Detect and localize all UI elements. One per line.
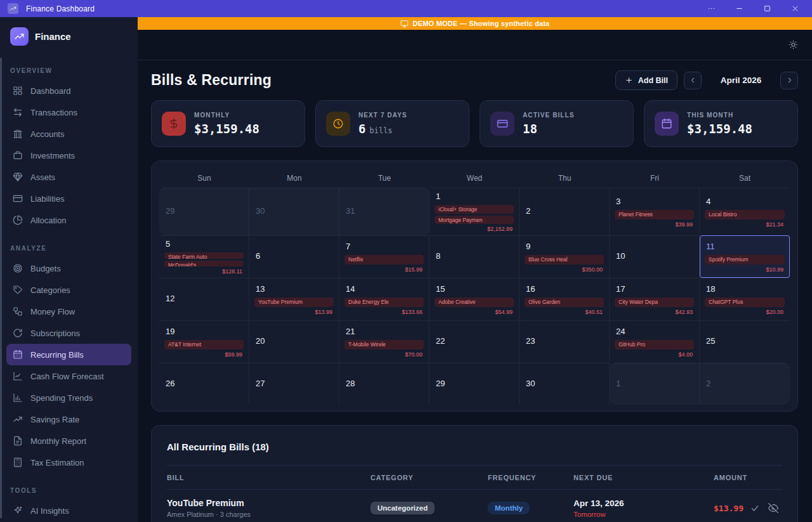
calendar-day-17[interactable]: 17City Water Depa$42.93 [610,278,700,320]
calendar-day-29[interactable]: 29 [159,188,249,235]
day-number: 15 [436,284,514,294]
calendar-day-29[interactable]: 29 [429,363,520,405]
calendar-day-14[interactable]: 14Duke Energy Ele$133.66 [339,278,429,320]
calendar-day-10[interactable]: 10 [610,235,700,278]
calendar-day-15[interactable]: 15Adobe Creative$54.99 [429,278,520,320]
mark-paid-button[interactable] [750,503,760,513]
calendar-bill-pill[interactable]: Netflix [344,255,424,264]
sidebar-item-tax-estimation[interactable]: Tax Estimation [6,452,131,473]
calendar-day-23[interactable]: 23 [520,320,610,363]
calendar-day-1[interactable]: 1iCloud+ StorageMortgage Paymen$2,152.99 [429,188,520,235]
sidebar-item-liabilities[interactable]: Liabilities [6,188,131,209]
calendar-day-16[interactable]: 16Olive Garden$40.51 [520,278,610,320]
calendar-day-7[interactable]: 7Netflix$15.99 [339,235,429,278]
calendar-bill-pill[interactable]: ChatGPT Plus [705,297,785,307]
calendar-day-20[interactable]: 20 [249,320,339,363]
calendar-day-19[interactable]: 19AT&T Internet$59.99 [159,320,249,363]
calendar-day-28[interactable]: 28 [339,363,429,405]
calendar-day-3[interactable]: 3Planet Fitness$39.99 [610,188,700,235]
trending-up-icon [13,414,23,424]
calendar-bill-pill[interactable]: Olive Garden [525,297,604,307]
day-number: 3 [616,197,694,206]
sidebar-item-recurring-bills[interactable]: Recurring Bills [6,344,131,365]
theme-toggle-button[interactable] [784,36,802,54]
calendar-bill-pill[interactable]: Adobe Creative [435,297,514,307]
calendar-day-4[interactable]: 4Local Bistro$21.34 [700,188,790,235]
calendar-day-26[interactable]: 26 [159,363,249,405]
sidebar-item-allocation[interactable]: Allocation [6,209,131,231]
calendar-day-18[interactable]: 18ChatGPT Plus$20.00 [700,278,790,320]
calendar-day-30[interactable]: 30 [520,363,610,405]
calendar-day-31[interactable]: 31 [339,188,429,235]
calendar-bill-pill[interactable]: City Water Depa [615,297,694,307]
calendar-bill-pill[interactable]: Spotify Premium [705,255,785,264]
calendar-day-2[interactable]: 2 [700,363,790,405]
calendar-day-9[interactable]: 9Blue Cross Heal$350.00 [520,235,610,278]
calendar-day-27[interactable]: 27 [249,363,339,405]
sidebar-item-investments[interactable]: Investments [6,145,131,166]
calendar-bill-pill[interactable]: Blue Cross Heal [525,255,604,264]
weekday-label: Fri [610,174,700,183]
day-number: 4 [706,197,785,206]
day-amount: $15.99 [344,266,424,273]
sidebar-item-monthly-report[interactable]: Monthly Report [6,430,131,452]
calendar-day-8[interactable]: 8 [429,235,520,278]
calendar-bill-pill[interactable]: State Farm Auto [164,252,244,259]
sidebar-scrollbar[interactable] [0,58,2,518]
calendar-day-21[interactable]: 21T-Mobile Wirele$70.00 [339,320,429,363]
stat-label: THIS MONTH [687,112,752,119]
calendar-bill-pill[interactable]: iCloud+ Storage [435,205,514,214]
close-icon [791,4,799,13]
calendar-day-11[interactable]: 11Spotify Premium$10.99 [700,235,790,278]
calendar-bill-pill[interactable]: Local Bistro [705,210,785,219]
sidebar-item-cash-flow-forecast[interactable]: Cash Flow Forecast [6,365,131,387]
calendar-day-25[interactable]: 25 [700,320,790,363]
calendar-bill-pill[interactable]: AT&T Internet [164,340,244,349]
sidebar-item-spending-trends[interactable]: Spending Trends [6,387,131,408]
bills-calendar: SunMonTueWedThuFriSat 2930311iCloud+ Sto… [151,160,798,412]
window-titlebar: Finance Dashboard [0,0,812,17]
calendar-bill-pill[interactable]: T-Mobile Wirele [344,340,424,349]
window-minimize-button[interactable] [730,2,749,16]
add-bill-button[interactable]: Add Bill [615,70,678,90]
calendar-day-1[interactable]: 1 [610,363,700,405]
sidebar-item-ai-insights[interactable]: AI Insights [6,500,131,521]
window-close-button[interactable] [785,2,804,16]
calendar-day-2[interactable]: 2 [520,188,610,235]
calendar-day-22[interactable]: 22 [429,320,520,363]
sidebar-item-label: Recurring Bills [30,350,84,360]
sidebar-item-dashboard[interactable]: Dashboard [6,80,131,101]
prev-month-button[interactable] [684,72,702,89]
sidebar-item-subscriptions[interactable]: Subscriptions [6,322,131,344]
calendar-day-6[interactable]: 6 [249,235,339,278]
sidebar-item-budgets[interactable]: Budgets [6,258,131,279]
window-more-button[interactable] [702,2,721,16]
sidebar-item-assets[interactable]: Assets [6,166,131,188]
weekday-label: Sun [159,174,249,183]
calendar-day-13[interactable]: 13YouTube Premium$13.99 [249,278,339,320]
sidebar-item-money-flow[interactable]: Money Flow [6,301,131,322]
sidebar-item-transactions[interactable]: Transactions [6,101,131,123]
next-month-button[interactable] [780,72,798,89]
sidebar-item-label: Monthly Report [30,436,86,446]
sidebar-item-categories[interactable]: Categories [6,279,131,301]
calendar-bill-pill[interactable]: GitHub Pro [615,340,694,349]
calendar-bill-pill[interactable]: Mortgage Paymen [435,216,514,225]
hide-bill-button[interactable] [768,503,778,513]
calendar-day-30[interactable]: 30 [249,188,339,235]
table-row[interactable]: YouTube Premium Amex Platinum · 3 charge… [167,490,782,522]
calendar-day-24[interactable]: 24GitHub Pro$4.00 [610,320,700,363]
calendar-bill-pill[interactable]: YouTube Premium [254,297,334,307]
bill-name: YouTube Premium [167,498,370,508]
calendar-day-12[interactable]: 12 [159,278,249,320]
sidebar-item-accounts[interactable]: Accounts [6,123,131,145]
sidebar-item-savings-rate[interactable]: Savings Rate [6,408,131,430]
calendar-bill-pill[interactable]: Planet Fitness [615,210,694,219]
calendar-bill-pill[interactable]: Duke Energy Ele [344,297,424,307]
panel-title: All Recurring Bills (18) [167,441,782,452]
calendar-bill-pill[interactable]: McDonald's [164,261,244,267]
calendar-day-5[interactable]: 5State Farm AutoMcDonald's$128.11 [159,235,249,278]
sidebar-nav: OVERVIEWDashboardTransactionsAccountsInv… [0,53,138,522]
clock-icon [326,112,350,136]
window-maximize-button[interactable] [757,2,776,16]
